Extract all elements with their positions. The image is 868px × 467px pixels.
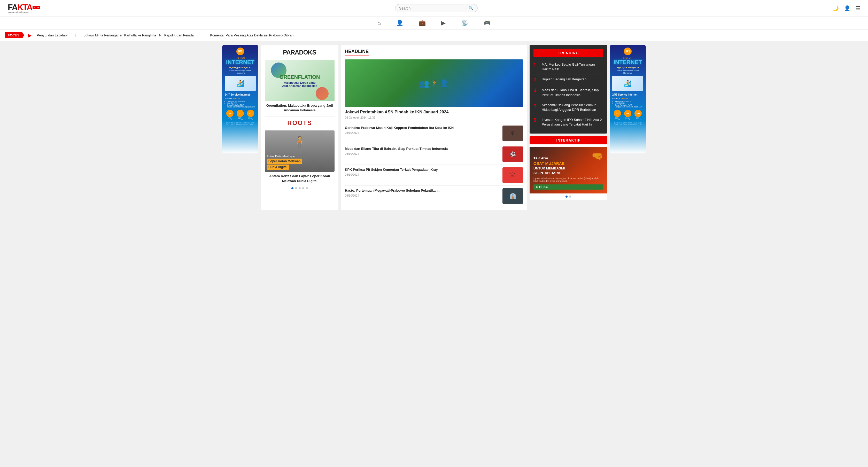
news-item-2-title: Mees dan Eliano Tiba di Bahrain, Siap Pe…	[345, 147, 500, 151]
news-item-3-image: 🏛	[502, 167, 523, 183]
focus-label: FOCUS	[5, 32, 24, 38]
trending-item-1[interactable]: 1 MA: Menkeu Setuju Gaji-Tunjangan Hakim…	[533, 60, 603, 74]
focus-items: Penyu, dan Labi-labi | Jokowi Minta Pena…	[37, 33, 294, 37]
news-item-2[interactable]: Mees dan Eliano Tiba di Bahrain, Siap Pe…	[345, 144, 523, 165]
news-img-3-placeholder: 🏛	[502, 167, 523, 183]
car-decoration	[316, 87, 329, 100]
focus-item-2[interactable]: Jokowi Minta Penanganan Karhutla ke Pang…	[84, 33, 193, 37]
right-ad-logo-circle: IP1	[624, 48, 632, 55]
article-roots[interactable]: 🧍 Antara Kertas dan Layar: Loper Koran M…	[265, 130, 335, 183]
menu-icon[interactable]: ☰	[856, 5, 860, 11]
person-silhouette: 🧍	[293, 135, 306, 148]
ad-feature-4: Harga Belum termasuk pajak 11%	[227, 106, 256, 108]
news-img-1-placeholder: 🎙	[502, 126, 523, 141]
trending-col: TRENDING 1 MA: Menkeu Setuju Gaji-Tunjan…	[530, 45, 607, 210]
trending-text-1: MA: Menkeu Setuju Gaji-Tunjangan Hakim N…	[542, 62, 603, 71]
nav-home[interactable]: ⌂	[377, 20, 381, 26]
left-ad-box[interactable]: IP1 IP1 FUN INTERNET Nge Hype Banget !!!…	[222, 45, 258, 153]
trending-item-4[interactable]: 4 Akademikus: Uang Pensiun Seumur Hidup …	[533, 100, 603, 115]
focus-item-1[interactable]: Penyu, dan Labi-labi	[37, 33, 68, 37]
trending-num-4: 4	[533, 103, 538, 108]
dark-mode-icon[interactable]: 🌙	[832, 5, 839, 11]
focus-bar: FOCUS ▶ Penyu, dan Labi-labi | Jokowi Mi…	[0, 30, 868, 41]
trending-title: TRENDING	[533, 49, 603, 57]
right-ad-feature-1: Jaringan Berbasis FO	[615, 100, 643, 102]
news-item-2-date: 08/10/2024	[345, 152, 500, 155]
right-ad-slogan2: Stabil Internetnya Stabil Harganya	[612, 69, 643, 74]
article-greenflation[interactable]: GREENFLATION Malapetaka Eropa yangJadi A…	[265, 60, 335, 113]
dot-2[interactable]	[295, 187, 297, 189]
interaktif-dot-1[interactable]	[565, 195, 567, 197]
dot-3[interactable]	[299, 187, 301, 189]
nav-profile[interactable]: 👤	[396, 20, 403, 26]
search-input[interactable]	[399, 6, 468, 10]
articles-col-left: PARADOKS GREENFLATION Malapetaka Eropa y…	[261, 45, 338, 210]
trending-text-2: Rupiah Sedang Tak Bergairah	[542, 77, 586, 82]
right-ad-prices: 21 175rb 41 225rb 101 350rb	[612, 110, 643, 120]
nav-game[interactable]: 🎮	[484, 20, 491, 26]
news-item-4[interactable]: Hasto: Pertemuan Megawati-Prabowo Sebelu…	[345, 186, 523, 207]
ad-price-21: 21 175rb	[226, 110, 234, 120]
headline-main-image: 👥 🏃 👤	[345, 59, 523, 107]
right-ad-internet-text: INTERNET	[612, 59, 643, 65]
news-item-3[interactable]: KPK Periksa Plt Sekjen Kementan Terkait …	[345, 165, 523, 186]
ad-logo: IP1	[225, 48, 256, 55]
carousel-dots	[265, 187, 335, 189]
headline-main-article[interactable]: 👥 🏃 👤 Jokowi Perintahkan ASN Pindah ke I…	[345, 59, 523, 119]
ad-feature-2: UNLIMITED	[227, 102, 256, 104]
main-content: IP1 IP1 FUN INTERNET Nge Hype Banget !!!…	[217, 41, 651, 214]
news-item-3-date: 08/10/2024	[345, 173, 500, 176]
right-ad-feature-3: Biaya Perbulan FLAT	[615, 104, 643, 106]
news-item-4-date: 08/10/2024	[345, 194, 500, 197]
trending-item-3[interactable]: 3 Mees dan Eliano Tiba di Bahrain, Siap …	[533, 85, 603, 100]
nav-play[interactable]: ▶	[441, 20, 445, 26]
interaktif-dot-2[interactable]	[569, 195, 571, 197]
nav-radio[interactable]: 📡	[461, 20, 468, 26]
greenflation-title-overlay: GREENFLATION	[280, 74, 320, 80]
right-ad-price-101: 101 350rb	[634, 110, 642, 120]
focus-sep-2: |	[202, 33, 202, 37]
search-box[interactable]: 🔍	[395, 4, 478, 12]
logo-com: .COM	[33, 6, 40, 9]
user-icon[interactable]: 👤	[844, 5, 850, 11]
nav-briefcase[interactable]: 💼	[419, 20, 426, 26]
right-ad-price-41: 41 225rb	[624, 110, 631, 120]
ad-logo-circle: IP1	[237, 48, 244, 55]
ad-internet-text: INTERNET	[225, 59, 256, 65]
paradoks-brand: PARADOKS	[265, 49, 335, 56]
dot-5[interactable]	[306, 187, 308, 189]
focus-sep-1: |	[75, 33, 76, 37]
right-ad: IP1 IP1 FUN INTERNET Nge Hype Banget !!!…	[610, 45, 646, 210]
roots-overlay-label: Antara Kertas dan Layar:	[267, 155, 333, 158]
dot-4[interactable]	[302, 187, 304, 189]
left-ad: IP1 IP1 FUN INTERNET Nge Hype Banget !!!…	[222, 45, 258, 210]
search-icon[interactable]: 🔍	[468, 6, 473, 10]
dot-1[interactable]	[291, 187, 293, 189]
roots-img-inner: 🧍 Antara Kertas dan Layar: Loper Koran M…	[265, 130, 335, 172]
trending-text-5: Investor Kangen IPO Saham? Nih Ada 2 Per…	[542, 118, 603, 127]
news-item-4-text: Hasto: Pertemuan Megawati-Prabowo Sebelu…	[345, 188, 500, 197]
logo-subtitle: Mewarnai Indonesia	[8, 11, 29, 14]
news-item-1[interactable]: Gerindra: Prabowo Masih Kaji Keppres Pem…	[345, 123, 523, 144]
news-item-3-text: KPK Periksa Plt Sekjen Kementan Terkait …	[345, 167, 500, 176]
logo-fakta: FAKTA	[8, 3, 32, 12]
interaktif-ad[interactable]: 🤜 TAK ADA OBAT MUJARAB UNTUK MEMBASMI SI…	[530, 147, 607, 193]
headline-image-placeholder: 👥 🏃 👤	[345, 59, 523, 107]
interaktif-btn[interactable]: Klik Disini	[533, 184, 603, 190]
roots-overlay-title2: Dunia Digital	[267, 164, 289, 170]
ad-slogan2: Stabil Internetnya Stabil Harganya	[225, 69, 256, 74]
focus-item-3[interactable]: Komentar Para Pesaing Atas Deklarasi Pra…	[210, 33, 293, 37]
logo: FAKTA .COM Mewarnai Indonesia	[8, 3, 40, 14]
right-ad-slogan1: Nge Hype Banget !!!	[612, 66, 643, 69]
right-ad-box[interactable]: IP1 IP1 FUN INTERNET Nge Hype Banget !!!…	[610, 45, 646, 153]
right-ad-service-title: 24/7 Service Internet	[612, 93, 643, 96]
trending-num-1: 1	[533, 62, 538, 68]
ad-price-41: 41 225rb	[237, 110, 244, 120]
news-item-4-image: 👔	[502, 188, 523, 204]
right-ad-install-info: Instalasi 100.000	[612, 97, 643, 99]
news-item-2-image: ⚽	[502, 147, 523, 162]
trending-item-2[interactable]: 2 Rupiah Sedang Tak Bergairah	[533, 74, 603, 85]
interaktif-small-text: Upaya terbaik untuk menangani pinjaman o…	[533, 177, 603, 182]
trending-item-5[interactable]: 5 Investor Kangen IPO Saham? Nih Ada 2 P…	[533, 115, 603, 129]
header-icons: 🌙 👤 ☰	[832, 5, 860, 11]
